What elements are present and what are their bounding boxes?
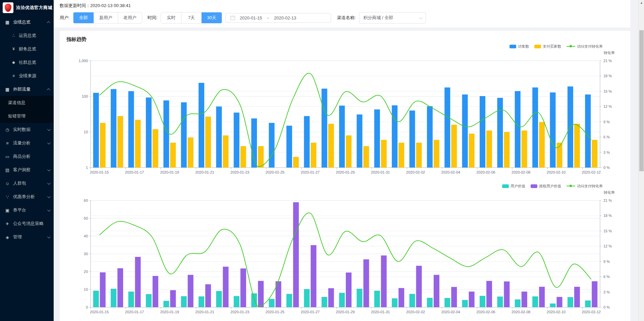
bar-授权用户价值-2020-02-09[interactable] [539, 287, 545, 307]
bar-支付买家数-2020-02-06[interactable] [486, 131, 492, 168]
bar-访客数-2020-01-29[interactable] [339, 106, 345, 168]
sidebar-item-券平台[interactable]: ▣券平台 [0, 203, 54, 217]
bar-支付买家数-2020-01-30[interactable] [363, 146, 369, 168]
sidebar-item-外部流量[interactable]: ▦外部流量 [0, 83, 54, 96]
bar-支付买家数-2020-01-20[interactable] [188, 137, 194, 168]
legend-访问支付转化率[interactable]: 访问支付转化率 [567, 184, 603, 189]
bar-访客数-2020-01-21[interactable] [199, 83, 204, 168]
bar-访客数-2020-01-20[interactable] [181, 102, 187, 168]
bar-支付买家数-2020-02-03[interactable] [434, 140, 439, 168]
bar-访客数-2020-02-04[interactable] [444, 87, 450, 168]
bar-访客数-2020-01-26[interactable] [286, 126, 292, 168]
bar-授权用户价值-2020-01-19[interactable] [170, 290, 176, 307]
bar-授权用户价值-2020-01-26[interactable] [293, 202, 299, 307]
sidebar-subitem-渠道信息[interactable]: 渠道信息 [0, 96, 54, 109]
bar-用户价值-2020-01-29[interactable] [339, 293, 345, 307]
sidebar-item-人群包[interactable]: ☺人群包 [0, 177, 54, 190]
bar-支付买家数-2020-01-29[interactable] [346, 135, 352, 168]
bar-用户价值-2020-01-20[interactable] [181, 296, 187, 307]
bar-授权用户价值-2020-01-20[interactable] [188, 275, 194, 307]
bar-支付买家数-2020-02-01[interactable] [398, 143, 404, 168]
bar-访客数-2020-01-17[interactable] [128, 91, 134, 168]
bar-访客数-2020-02-06[interactable] [480, 96, 485, 168]
bar-支付买家数-2020-02-11[interactable] [574, 124, 580, 168]
bar-访客数-2020-01-31[interactable] [374, 109, 380, 168]
sidebar-item-公众号消息策略[interactable]: ✈公众号消息策略 [0, 217, 54, 230]
user-value-chart[interactable]: 01020304050600 %3 %6 %9 %12 %15 %18 %21 … [66, 189, 624, 319]
time-option-7天[interactable]: 7天 [181, 12, 201, 23]
bar-支付买家数-2020-02-09[interactable] [539, 122, 545, 168]
bar-授权用户价值-2020-01-28[interactable] [328, 288, 334, 307]
bar-用户价值-2020-01-27[interactable] [304, 289, 310, 307]
bar-用户价值-2020-02-12[interactable] [585, 301, 591, 307]
app-logo[interactable]: 洽洽优选官方商城 [0, 0, 54, 15]
bar-支付买家数-2020-01-28[interactable] [328, 124, 334, 168]
bar-授权用户价值-2020-01-27[interactable] [311, 245, 316, 307]
bar-授权用户价值-2020-01-18[interactable] [153, 276, 158, 307]
bar-用户价值-2020-01-16[interactable] [111, 289, 116, 307]
bar-用户价值-2020-01-21[interactable] [199, 296, 204, 307]
sidebar-item-实时数据[interactable]: ◷实时数据 [0, 123, 54, 136]
time-option-实时[interactable]: 实时 [161, 12, 181, 23]
bar-授权用户价值-2020-02-06[interactable] [486, 281, 492, 307]
bar-支付买家数-2020-01-15[interactable] [100, 123, 106, 168]
bar-授权用户价值-2020-01-24[interactable] [258, 281, 264, 307]
sidebar-item-商品分析[interactable]: ▭商品分析 [0, 150, 54, 163]
bar-支付买家数-2020-02-08[interactable] [522, 131, 527, 168]
bar-访客数-2020-02-02[interactable] [409, 110, 415, 168]
sidebar-item-客户洞察[interactable]: ▤客户洞察 [0, 163, 54, 177]
bar-授权用户价值-2020-01-17[interactable] [135, 257, 141, 307]
bar-支付买家数-2020-02-07[interactable] [504, 132, 509, 168]
channel-select[interactable]: 积分商城 / 全部 [359, 12, 426, 24]
bar-授权用户价值-2020-02-11[interactable] [574, 287, 580, 307]
bar-访客数-2020-01-25[interactable] [269, 123, 274, 168]
bar-支付买家数-2020-01-24[interactable] [258, 146, 264, 168]
bar-支付买家数-2020-01-19[interactable] [170, 143, 176, 168]
bar-访客数-2020-01-24[interactable] [251, 119, 257, 168]
bar-用户价值-2020-02-07[interactable] [497, 296, 503, 307]
bar-授权用户价值-2020-01-30[interactable] [363, 259, 369, 307]
bar-访客数-2020-01-30[interactable] [357, 114, 362, 168]
bar-用户价值-2020-01-31[interactable] [374, 291, 380, 307]
bar-授权用户价值-2020-02-03[interactable] [434, 275, 439, 307]
bar-授权用户价值-2020-01-29[interactable] [346, 273, 352, 307]
scrollbar-thumb[interactable] [639, 30, 644, 171]
bar-用户价值-2020-02-04[interactable] [444, 298, 450, 307]
bar-访客数-2020-01-28[interactable] [322, 89, 327, 168]
bar-访客数-2020-01-27[interactable] [304, 116, 310, 168]
bar-访客数-2020-02-09[interactable] [532, 87, 538, 168]
bar-用户价值-2020-01-17[interactable] [128, 291, 134, 307]
bar-授权用户价值-2020-02-12[interactable] [592, 281, 597, 307]
bar-用户价值-2020-02-08[interactable] [515, 300, 521, 307]
bar-访客数-2020-02-12[interactable] [585, 94, 591, 168]
bar-用户价值-2020-02-11[interactable] [568, 297, 573, 307]
bar-支付买家数-2020-01-16[interactable] [117, 116, 123, 168]
bar-支付买家数-2020-02-02[interactable] [416, 143, 422, 168]
bar-访客数-2020-01-16[interactable] [111, 89, 116, 168]
bar-支付买家数-2020-01-21[interactable] [205, 117, 211, 168]
bar-授权用户价值-2020-01-31[interactable] [381, 256, 387, 307]
bar-用户价值-2020-01-23[interactable] [234, 296, 239, 307]
sidebar-subitem-财务总览[interactable]: ¥财务总览 [0, 42, 54, 56]
bar-支付买家数-2020-01-27[interactable] [311, 143, 316, 168]
bar-访客数-2020-02-05[interactable] [462, 94, 468, 168]
bar-用户价值-2020-01-24[interactable] [251, 293, 257, 307]
bar-访客数-2020-01-23[interactable] [234, 112, 239, 168]
bar-支付买家数-2020-01-18[interactable] [153, 129, 158, 168]
bar-授权用户价值-2020-01-16[interactable] [117, 268, 123, 307]
bar-授权用户价值-2020-02-01[interactable] [398, 288, 404, 307]
bar-访客数-2020-01-18[interactable] [146, 97, 152, 168]
bar-支付买家数-2020-02-04[interactable] [451, 125, 457, 168]
date-range-picker[interactable]: 2020-01-15 ~ 2020-02-13 [225, 13, 331, 23]
sidebar-subitem-短链管理[interactable]: 短链管理 [0, 109, 54, 123]
user-option-全部[interactable]: 全部 [73, 12, 94, 23]
bar-授权用户价值-2020-01-15[interactable] [100, 272, 106, 307]
sidebar-item-管理[interactable]: ◈管理 [0, 230, 54, 244]
bar-用户价值-2020-02-09[interactable] [532, 296, 538, 307]
bar-用户价值-2020-02-06[interactable] [480, 296, 485, 307]
legend-访问支付转化率[interactable]: 访问支付转化率 [567, 44, 603, 49]
bar-访客数-2020-02-07[interactable] [497, 98, 503, 168]
bar-用户价值-2020-02-01[interactable] [392, 299, 397, 308]
bar-授权用户价值-2020-02-04[interactable] [451, 287, 457, 307]
bar-用户价值-2020-02-10[interactable] [550, 304, 556, 307]
